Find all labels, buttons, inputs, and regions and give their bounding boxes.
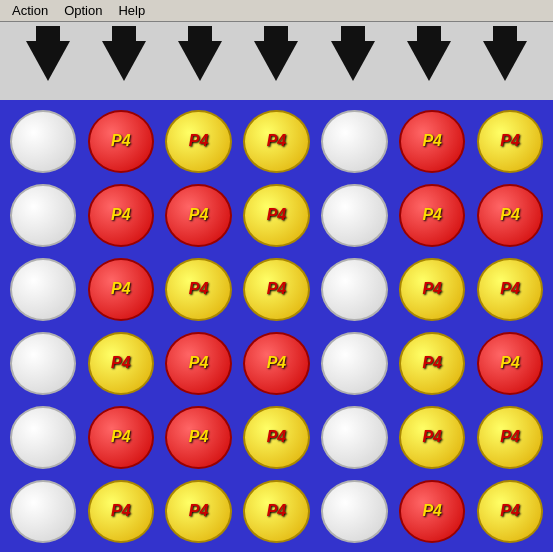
menubar: Action Option Help: [0, 0, 553, 22]
drop-col-0[interactable]: [16, 26, 81, 96]
arrow-icon-2: [178, 41, 222, 81]
cell-r0-c1: P4: [84, 106, 158, 176]
cell-r0-c6: P4: [473, 106, 547, 176]
cell-r5-c5: P4: [395, 476, 469, 546]
disc-red-r3-c3: P4: [243, 332, 309, 395]
disc-empty-r1-c4: [321, 184, 387, 247]
drop-col-6[interactable]: [472, 26, 537, 96]
disc-empty-r3-c0: [10, 332, 76, 395]
disc-yellow-r0-c2: P4: [165, 110, 231, 173]
disc-empty-r0-c0: [10, 110, 76, 173]
cell-r0-c4: [317, 106, 391, 176]
arrow-icon-4: [331, 41, 375, 81]
disc-yellow-r3-c1: P4: [88, 332, 154, 395]
cell-r1-c5: P4: [395, 180, 469, 250]
cell-r5-c6: P4: [473, 476, 547, 546]
cell-r1-c4: [317, 180, 391, 250]
cell-r3-c5: P4: [395, 328, 469, 398]
cell-r4-c1: P4: [84, 402, 158, 472]
cell-r2-c1: P4: [84, 254, 158, 324]
cell-r4-c0: [6, 402, 80, 472]
cell-r2-c3: P4: [240, 254, 314, 324]
cell-r1-c2: P4: [162, 180, 236, 250]
disc-yellow-r4-c6: P4: [477, 406, 543, 469]
disc-empty-r5-c4: [321, 480, 387, 543]
cell-r0-c0: [6, 106, 80, 176]
cell-r0-c2: P4: [162, 106, 236, 176]
drop-col-2[interactable]: [168, 26, 233, 96]
cell-r3-c0: [6, 328, 80, 398]
cell-r4-c4: [317, 402, 391, 472]
disc-red-r3-c2: P4: [165, 332, 231, 395]
cell-r5-c2: P4: [162, 476, 236, 546]
disc-red-r2-c1: P4: [88, 258, 154, 321]
disc-empty-r3-c4: [321, 332, 387, 395]
disc-red-r0-c5: P4: [399, 110, 465, 173]
disc-yellow-r0-c6: P4: [477, 110, 543, 173]
cell-r0-c5: P4: [395, 106, 469, 176]
menu-help[interactable]: Help: [110, 1, 153, 20]
disc-yellow-r2-c5: P4: [399, 258, 465, 321]
cell-r1-c0: [6, 180, 80, 250]
disc-red-r1-c5: P4: [399, 184, 465, 247]
disc-yellow-r5-c2: P4: [165, 480, 231, 543]
cell-r4-c2: P4: [162, 402, 236, 472]
disc-red-r4-c1: P4: [88, 406, 154, 469]
disc-yellow-r0-c3: P4: [243, 110, 309, 173]
disc-empty-r4-c0: [10, 406, 76, 469]
cell-r2-c5: P4: [395, 254, 469, 324]
arrow-icon-6: [483, 41, 527, 81]
cell-r2-c6: P4: [473, 254, 547, 324]
cell-r2-c0: [6, 254, 80, 324]
drop-col-4[interactable]: [320, 26, 385, 96]
disc-empty-r1-c0: [10, 184, 76, 247]
arrow-icon-5: [407, 41, 451, 81]
cell-r2-c4: [317, 254, 391, 324]
arrow-icon-0: [26, 41, 70, 81]
disc-empty-r2-c4: [321, 258, 387, 321]
arrow-row: [0, 22, 553, 100]
disc-red-r1-c6: P4: [477, 184, 543, 247]
disc-yellow-r2-c3: P4: [243, 258, 309, 321]
cell-r3-c6: P4: [473, 328, 547, 398]
cell-r5-c1: P4: [84, 476, 158, 546]
drop-col-5[interactable]: [396, 26, 461, 96]
cell-r0-c3: P4: [240, 106, 314, 176]
cell-r3-c4: [317, 328, 391, 398]
cell-r4-c6: P4: [473, 402, 547, 472]
disc-empty-r0-c4: [321, 110, 387, 173]
disc-empty-r4-c4: [321, 406, 387, 469]
arrow-icon-1: [102, 41, 146, 81]
cell-r5-c4: [317, 476, 391, 546]
cell-r5-c3: P4: [240, 476, 314, 546]
disc-yellow-r2-c6: P4: [477, 258, 543, 321]
disc-empty-r5-c0: [10, 480, 76, 543]
cell-r3-c2: P4: [162, 328, 236, 398]
drop-col-3[interactable]: [244, 26, 309, 96]
drop-col-1[interactable]: [92, 26, 157, 96]
cell-r1-c3: P4: [240, 180, 314, 250]
disc-red-r5-c5: P4: [399, 480, 465, 543]
arrow-icon-3: [254, 41, 298, 81]
cell-r4-c5: P4: [395, 402, 469, 472]
disc-yellow-r3-c5: P4: [399, 332, 465, 395]
disc-yellow-r1-c3: P4: [243, 184, 309, 247]
disc-yellow-r5-c6: P4: [477, 480, 543, 543]
menu-action[interactable]: Action: [4, 1, 56, 20]
disc-yellow-r4-c5: P4: [399, 406, 465, 469]
disc-yellow-r5-c1: P4: [88, 480, 154, 543]
disc-red-r0-c1: P4: [88, 110, 154, 173]
cell-r1-c6: P4: [473, 180, 547, 250]
cell-r1-c1: P4: [84, 180, 158, 250]
disc-empty-r2-c0: [10, 258, 76, 321]
cell-r4-c3: P4: [240, 402, 314, 472]
disc-red-r1-c1: P4: [88, 184, 154, 247]
menu-option[interactable]: Option: [56, 1, 110, 20]
disc-yellow-r5-c3: P4: [243, 480, 309, 543]
app: Action Option Help P4P4P4P4P4P4P4P4P4P4P…: [0, 0, 553, 552]
disc-yellow-r4-c3: P4: [243, 406, 309, 469]
disc-red-r3-c6: P4: [477, 332, 543, 395]
cell-r3-c3: P4: [240, 328, 314, 398]
disc-red-r4-c2: P4: [165, 406, 231, 469]
cell-r5-c0: [6, 476, 80, 546]
